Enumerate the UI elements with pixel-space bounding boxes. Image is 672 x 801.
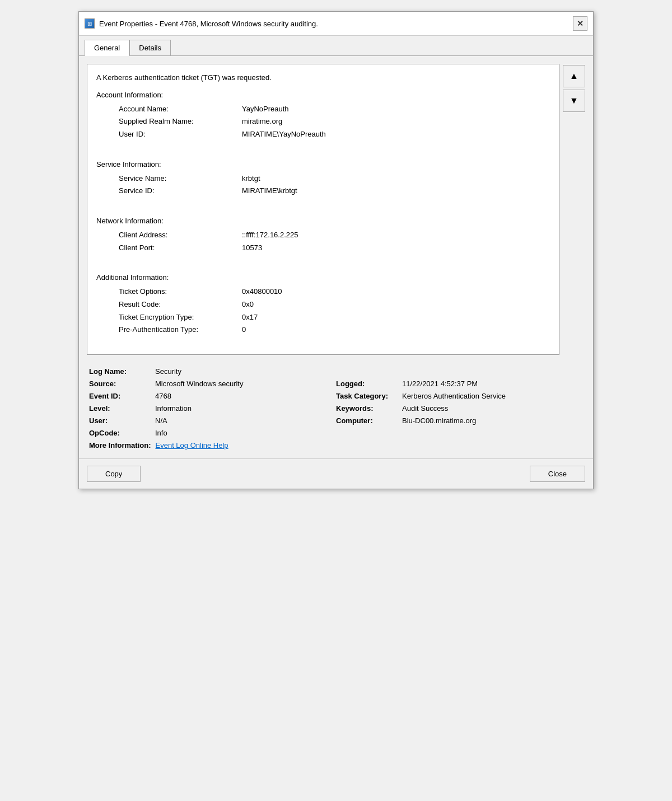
field-value: 10573 bbox=[242, 242, 262, 254]
scroll-container-wrapper: A Kerberos authentication ticket (TGT) w… bbox=[87, 64, 585, 355]
value-opcode: Info bbox=[155, 429, 167, 437]
event-properties-dialog: ⊞ Event Properties - Event 4768, Microso… bbox=[78, 11, 594, 489]
field-row: Service Name: krbtgt bbox=[96, 173, 550, 185]
field-row: Client Address: ::ffff:172.16.2.225 bbox=[96, 229, 550, 241]
info-row-source: Source: Microsoft Windows security bbox=[89, 378, 336, 389]
field-label: Account Name: bbox=[119, 104, 242, 115]
field-row: Result Code: 0x0 bbox=[96, 299, 550, 311]
field-label: Supplied Realm Name: bbox=[119, 116, 242, 128]
event-text-content: A Kerberos authentication ticket (TGT) w… bbox=[96, 72, 550, 354]
value-taskcategory: Kerberos Authentication Service bbox=[402, 392, 506, 400]
info-row-logged: Logged: 11/22/2021 4:52:37 PM bbox=[336, 378, 583, 389]
copy-button[interactable]: Copy bbox=[87, 466, 141, 482]
value-keywords: Audit Success bbox=[402, 404, 448, 413]
field-label: Ticket Encryption Type: bbox=[119, 312, 242, 324]
value-eventid: 4768 bbox=[155, 392, 171, 400]
info-row-computer: Computer: Blu-DC00.miratime.org bbox=[336, 415, 583, 426]
field-label: Service Name: bbox=[119, 173, 242, 185]
value-source: Microsoft Windows security bbox=[155, 380, 243, 388]
field-value: MIRATIME\YayNoPreauth bbox=[242, 129, 326, 140]
label-keywords: Keywords: bbox=[336, 404, 398, 413]
window-icon: ⊞ bbox=[85, 18, 95, 29]
field-row: Service ID: MIRATIME\krbtgt bbox=[96, 185, 550, 197]
field-label: Client Port: bbox=[119, 242, 242, 254]
field-row: User ID: MIRATIME\YayNoPreauth bbox=[96, 129, 550, 140]
label-computer: Computer: bbox=[336, 416, 398, 425]
bottom-bar: Copy Close bbox=[79, 458, 593, 489]
value-level: Information bbox=[155, 404, 192, 413]
value-logged: 11/22/2021 4:52:37 PM bbox=[402, 380, 478, 388]
value-user: N/A bbox=[155, 416, 167, 425]
close-button[interactable]: Close bbox=[530, 466, 585, 482]
label-eventid: Event ID: bbox=[89, 392, 151, 400]
section-header-network: Network Information: bbox=[96, 216, 550, 227]
window-title: Event Properties - Event 4768, Microsoft… bbox=[99, 20, 318, 28]
scroll-up-icon: ▲ bbox=[570, 71, 578, 81]
content-area: A Kerberos authentication ticket (TGT) w… bbox=[79, 56, 593, 458]
field-value: 0x40800010 bbox=[242, 286, 282, 298]
field-value: 0x0 bbox=[242, 299, 254, 311]
info-row-opcode: OpCode: Info bbox=[89, 428, 583, 438]
info-row-user: User: N/A bbox=[89, 415, 336, 426]
info-row-user-computer: User: N/A Computer: Blu-DC00.miratime.or… bbox=[89, 415, 583, 426]
field-label: Pre-Authentication Type: bbox=[119, 324, 242, 336]
value-computer: Blu-DC00.miratime.org bbox=[402, 416, 476, 425]
info-row-source-logged: Source: Microsoft Windows security Logge… bbox=[89, 378, 583, 389]
metadata-section: Log Name: Security Source: Microsoft Win… bbox=[87, 363, 585, 451]
event-text-inner[interactable]: A Kerberos authentication ticket (TGT) w… bbox=[87, 64, 559, 354]
tab-details[interactable]: Details bbox=[129, 40, 171, 56]
label-source: Source: bbox=[89, 380, 151, 388]
info-row-logname: Log Name: Security bbox=[89, 366, 583, 377]
event-intro: A Kerberos authentication ticket (TGT) w… bbox=[96, 72, 550, 84]
field-label: Ticket Options: bbox=[119, 286, 242, 298]
section-header-account: Account Information: bbox=[96, 90, 550, 101]
info-row-eventid: Event ID: 4768 bbox=[89, 391, 336, 401]
title-bar: ⊞ Event Properties - Event 4768, Microso… bbox=[79, 12, 593, 36]
field-value: ::ffff:172.16.2.225 bbox=[242, 229, 298, 241]
window-close-button[interactable]: ✕ bbox=[573, 16, 587, 31]
label-more-info: More Information: bbox=[89, 441, 151, 449]
scroll-up-button[interactable]: ▲ bbox=[563, 65, 585, 87]
field-row: Pre-Authentication Type: 0 bbox=[96, 324, 550, 336]
field-value: krbtgt bbox=[242, 173, 260, 185]
event-log-online-help-link[interactable]: Event Log Online Help bbox=[156, 441, 228, 449]
label-logged: Logged: bbox=[336, 380, 398, 388]
metadata-rows: Log Name: Security Source: Microsoft Win… bbox=[87, 366, 585, 451]
field-row: Client Port: 10573 bbox=[96, 242, 550, 254]
info-row-keywords: Keywords: Audit Success bbox=[336, 403, 583, 414]
title-bar-left: ⊞ Event Properties - Event 4768, Microso… bbox=[85, 18, 318, 29]
scroll-down-button[interactable]: ▼ bbox=[563, 90, 585, 112]
tab-bar: General Details bbox=[79, 36, 593, 56]
info-row-taskcategory: Task Category: Kerberos Authentication S… bbox=[336, 391, 583, 401]
tab-general[interactable]: General bbox=[85, 40, 129, 56]
field-value: 0 bbox=[242, 324, 246, 336]
label-user: User: bbox=[89, 416, 151, 425]
scroll-buttons: ▲ ▼ bbox=[563, 64, 585, 355]
section-header-additional: Additional Information: bbox=[96, 272, 550, 284]
label-logname: Log Name: bbox=[89, 367, 151, 376]
value-logname: Security bbox=[155, 367, 181, 376]
label-opcode: OpCode: bbox=[89, 429, 151, 437]
scroll-down-icon: ▼ bbox=[570, 96, 578, 106]
field-value: miratime.org bbox=[242, 116, 282, 128]
section-header-service: Service Information: bbox=[96, 159, 550, 171]
field-row: Supplied Realm Name: miratime.org bbox=[96, 116, 550, 128]
field-label: Service ID: bbox=[119, 185, 242, 197]
field-row: Ticket Options: 0x40800010 bbox=[96, 286, 550, 298]
field-label: Client Address: bbox=[119, 229, 242, 241]
field-row: Ticket Encryption Type: 0x17 bbox=[96, 312, 550, 324]
field-row: Account Name: YayNoPreauth bbox=[96, 104, 550, 115]
label-level: Level: bbox=[89, 404, 151, 413]
field-label: Result Code: bbox=[119, 299, 242, 311]
info-row-eventid-taskcategory: Event ID: 4768 Task Category: Kerberos A… bbox=[89, 391, 583, 401]
info-row-level: Level: Information bbox=[89, 403, 336, 414]
field-value: MIRATIME\krbtgt bbox=[242, 185, 297, 197]
field-value: 0x17 bbox=[242, 312, 258, 324]
info-row-level-keywords: Level: Information Keywords: Audit Succe… bbox=[89, 403, 583, 414]
label-taskcategory: Task Category: bbox=[336, 392, 398, 400]
field-value: YayNoPreauth bbox=[242, 104, 289, 115]
event-text-box: A Kerberos authentication ticket (TGT) w… bbox=[87, 64, 559, 355]
info-row-more-info: More Information: Event Log Online Help bbox=[89, 440, 583, 451]
field-label: User ID: bbox=[119, 129, 242, 140]
